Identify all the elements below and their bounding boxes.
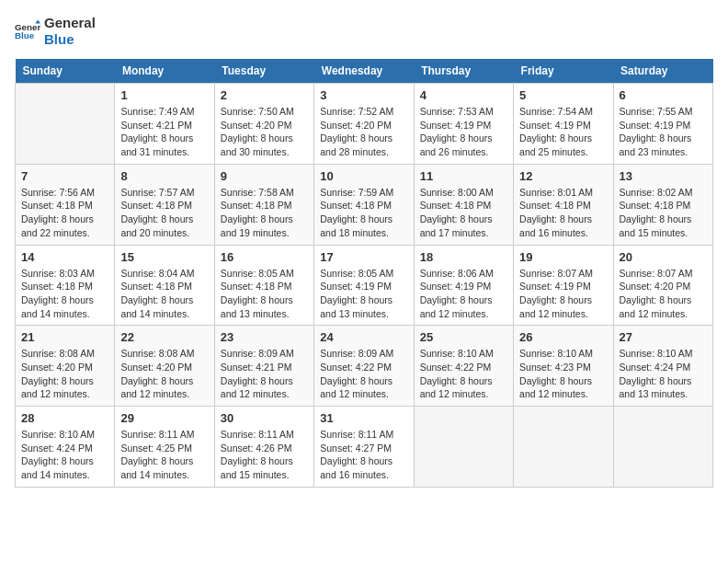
- day-info: Sunrise: 7:56 AMSunset: 4:18 PMDaylight:…: [21, 186, 108, 240]
- page-header: General Blue General Blue: [15, 15, 713, 48]
- day-info: Sunrise: 7:54 AMSunset: 4:19 PMDaylight:…: [519, 105, 607, 159]
- day-info: Sunrise: 8:09 AMSunset: 4:21 PMDaylight:…: [221, 347, 308, 401]
- day-info: Sunrise: 8:11 AMSunset: 4:25 PMDaylight:…: [120, 428, 208, 482]
- day-info: Sunrise: 8:10 AMSunset: 4:23 PMDaylight:…: [519, 347, 607, 401]
- calendar-cell: 23Sunrise: 8:09 AMSunset: 4:21 PMDayligh…: [214, 326, 313, 407]
- calendar-cell: 3Sunrise: 7:52 AMSunset: 4:20 PMDaylight…: [314, 84, 414, 165]
- calendar-cell: 8Sunrise: 7:57 AMSunset: 4:18 PMDaylight…: [115, 164, 214, 245]
- day-number: 15: [120, 250, 208, 264]
- calendar-cell: 12Sunrise: 8:01 AMSunset: 4:18 PMDayligh…: [514, 164, 613, 245]
- col-header-sunday: Sunday: [16, 59, 115, 84]
- week-row-4: 21Sunrise: 8:08 AMSunset: 4:20 PMDayligh…: [16, 326, 713, 407]
- calendar-cell: 19Sunrise: 8:07 AMSunset: 4:19 PMDayligh…: [514, 245, 613, 326]
- day-info: Sunrise: 8:10 AMSunset: 4:24 PMDaylight:…: [620, 347, 707, 401]
- calendar-cell: [514, 407, 613, 488]
- calendar-cell: 13Sunrise: 8:02 AMSunset: 4:18 PMDayligh…: [613, 164, 712, 245]
- day-info: Sunrise: 8:10 AMSunset: 4:22 PMDaylight:…: [420, 347, 507, 401]
- week-row-1: 1Sunrise: 7:49 AMSunset: 4:21 PMDaylight…: [16, 84, 713, 165]
- calendar-cell: 15Sunrise: 8:04 AMSunset: 4:18 PMDayligh…: [115, 245, 214, 326]
- day-number: 8: [120, 169, 208, 183]
- day-info: Sunrise: 8:04 AMSunset: 4:18 PMDaylight:…: [120, 267, 208, 321]
- logo-icon: General Blue: [15, 18, 40, 44]
- day-number: 24: [320, 330, 407, 344]
- day-info: Sunrise: 8:00 AMSunset: 4:18 PMDaylight:…: [420, 186, 507, 240]
- day-number: 10: [320, 169, 407, 183]
- day-info: Sunrise: 7:57 AMSunset: 4:18 PMDaylight:…: [120, 186, 208, 240]
- calendar-table: SundayMondayTuesdayWednesdayThursdayFrid…: [15, 59, 713, 488]
- day-number: 26: [519, 330, 607, 344]
- day-number: 30: [221, 411, 308, 425]
- day-number: 2: [221, 88, 308, 102]
- calendar-cell: [613, 407, 712, 488]
- day-info: Sunrise: 7:52 AMSunset: 4:20 PMDaylight:…: [320, 105, 407, 159]
- day-number: 31: [320, 411, 407, 425]
- day-number: 4: [420, 88, 507, 102]
- day-info: Sunrise: 8:07 AMSunset: 4:19 PMDaylight:…: [519, 267, 607, 321]
- day-number: 3: [320, 88, 407, 102]
- calendar-cell: 25Sunrise: 8:10 AMSunset: 4:22 PMDayligh…: [414, 326, 513, 407]
- calendar-cell: 9Sunrise: 7:58 AMSunset: 4:18 PMDaylight…: [214, 164, 313, 245]
- day-number: 20: [620, 250, 707, 264]
- day-number: 14: [21, 250, 108, 264]
- day-info: Sunrise: 8:10 AMSunset: 4:24 PMDaylight:…: [21, 428, 108, 482]
- calendar-cell: 2Sunrise: 7:50 AMSunset: 4:20 PMDaylight…: [214, 84, 313, 165]
- day-info: Sunrise: 7:59 AMSunset: 4:18 PMDaylight:…: [320, 186, 407, 240]
- day-number: 18: [420, 250, 507, 264]
- day-info: Sunrise: 7:58 AMSunset: 4:18 PMDaylight:…: [221, 186, 308, 240]
- calendar-cell: 28Sunrise: 8:10 AMSunset: 4:24 PMDayligh…: [16, 407, 115, 488]
- day-number: 11: [420, 169, 507, 183]
- calendar-cell: 31Sunrise: 8:11 AMSunset: 4:27 PMDayligh…: [314, 407, 414, 488]
- day-info: Sunrise: 7:49 AMSunset: 4:21 PMDaylight:…: [120, 105, 208, 159]
- logo-blue: Blue: [44, 31, 96, 48]
- col-header-tuesday: Tuesday: [214, 59, 313, 84]
- day-number: 28: [21, 411, 108, 425]
- calendar-cell: 10Sunrise: 7:59 AMSunset: 4:18 PMDayligh…: [314, 164, 414, 245]
- calendar-cell: 26Sunrise: 8:10 AMSunset: 4:23 PMDayligh…: [514, 326, 613, 407]
- day-number: 1: [120, 88, 208, 102]
- day-number: 23: [221, 330, 308, 344]
- col-header-friday: Friday: [514, 59, 613, 84]
- col-header-monday: Monday: [115, 59, 214, 84]
- calendar-cell: 11Sunrise: 8:00 AMSunset: 4:18 PMDayligh…: [414, 164, 513, 245]
- day-info: Sunrise: 8:02 AMSunset: 4:18 PMDaylight:…: [620, 186, 707, 240]
- logo: General Blue General Blue: [15, 15, 96, 48]
- week-row-5: 28Sunrise: 8:10 AMSunset: 4:24 PMDayligh…: [16, 407, 713, 488]
- day-number: 16: [221, 250, 308, 264]
- day-info: Sunrise: 8:11 AMSunset: 4:26 PMDaylight:…: [221, 428, 308, 482]
- day-number: 22: [120, 330, 208, 344]
- day-info: Sunrise: 7:50 AMSunset: 4:20 PMDaylight:…: [221, 105, 308, 159]
- day-info: Sunrise: 8:03 AMSunset: 4:18 PMDaylight:…: [21, 267, 108, 321]
- calendar-cell: 21Sunrise: 8:08 AMSunset: 4:20 PMDayligh…: [16, 326, 115, 407]
- day-number: 9: [221, 169, 308, 183]
- day-number: 29: [120, 411, 208, 425]
- calendar-cell: 18Sunrise: 8:06 AMSunset: 4:19 PMDayligh…: [414, 245, 513, 326]
- day-number: 25: [420, 330, 507, 344]
- calendar-cell: 16Sunrise: 8:05 AMSunset: 4:18 PMDayligh…: [214, 245, 313, 326]
- day-info: Sunrise: 7:53 AMSunset: 4:19 PMDaylight:…: [420, 105, 507, 159]
- day-number: 21: [21, 330, 108, 344]
- calendar-cell: 4Sunrise: 7:53 AMSunset: 4:19 PMDaylight…: [414, 84, 513, 165]
- day-info: Sunrise: 8:01 AMSunset: 4:18 PMDaylight:…: [519, 186, 607, 240]
- day-info: Sunrise: 8:07 AMSunset: 4:20 PMDaylight:…: [620, 267, 707, 321]
- day-info: Sunrise: 7:55 AMSunset: 4:19 PMDaylight:…: [620, 105, 707, 159]
- calendar-cell: [16, 84, 115, 165]
- calendar-cell: 7Sunrise: 7:56 AMSunset: 4:18 PMDaylight…: [16, 164, 115, 245]
- day-info: Sunrise: 8:08 AMSunset: 4:20 PMDaylight:…: [120, 347, 208, 401]
- calendar-cell: [414, 407, 513, 488]
- day-info: Sunrise: 8:06 AMSunset: 4:19 PMDaylight:…: [420, 267, 507, 321]
- calendar-cell: 14Sunrise: 8:03 AMSunset: 4:18 PMDayligh…: [16, 245, 115, 326]
- week-row-2: 7Sunrise: 7:56 AMSunset: 4:18 PMDaylight…: [16, 164, 713, 245]
- day-info: Sunrise: 8:05 AMSunset: 4:18 PMDaylight:…: [221, 267, 308, 321]
- day-number: 12: [519, 169, 607, 183]
- day-number: 13: [620, 169, 707, 183]
- logo-general: General: [44, 15, 96, 31]
- calendar-cell: 29Sunrise: 8:11 AMSunset: 4:25 PMDayligh…: [115, 407, 214, 488]
- calendar-cell: 22Sunrise: 8:08 AMSunset: 4:20 PMDayligh…: [115, 326, 214, 407]
- day-number: 5: [519, 88, 607, 102]
- day-number: 17: [320, 250, 407, 264]
- calendar-cell: 5Sunrise: 7:54 AMSunset: 4:19 PMDaylight…: [514, 84, 613, 165]
- calendar-cell: 20Sunrise: 8:07 AMSunset: 4:20 PMDayligh…: [613, 245, 712, 326]
- col-header-saturday: Saturday: [613, 59, 712, 84]
- col-header-thursday: Thursday: [414, 59, 513, 84]
- calendar-header-row: SundayMondayTuesdayWednesdayThursdayFrid…: [16, 59, 713, 84]
